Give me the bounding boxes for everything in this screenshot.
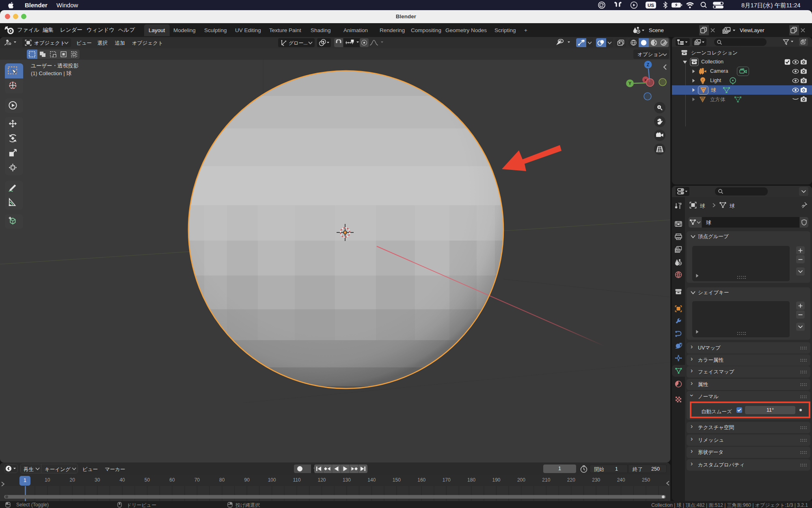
svg-text:US: US [648,3,654,8]
svg-text:Y: Y [628,81,631,86]
svg-text:Z: Z [647,62,650,67]
